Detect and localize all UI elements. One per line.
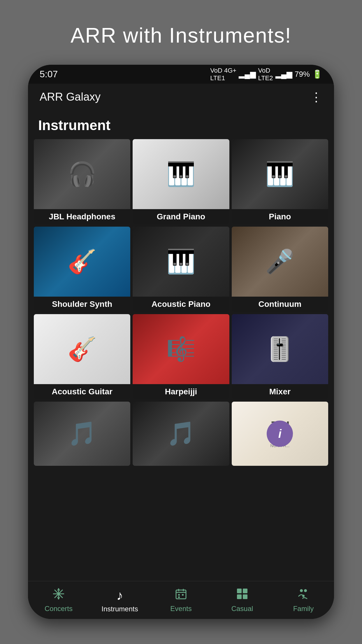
section-title: Instrument [28, 110, 334, 139]
grid-item-partial-3[interactable]: JAI A.R.RMININDIAN PNON-FR... i [232, 402, 328, 466]
app-title: ARR Galaxy [40, 91, 101, 103]
svg-rect-8 [176, 590, 186, 599]
nav-label-instruments: Instruments [101, 605, 138, 613]
bottom-nav: Concerts ♪ Instruments Events [28, 581, 334, 619]
carrier-lte2: VoDLTE2 [258, 67, 273, 82]
grid-item-label: Piano [232, 209, 328, 224]
nav-item-family[interactable]: Family [273, 588, 334, 613]
grid-item-acoustic-piano[interactable]: 🎹 Acoustic Piano [133, 227, 229, 312]
casual-icon [236, 588, 248, 603]
nav-label-events: Events [170, 605, 191, 613]
grid-item-label: Acoustic Piano [133, 297, 229, 312]
events-icon [175, 588, 187, 603]
instruments-icon: ♪ [117, 587, 123, 603]
battery-icon: 🔋 [312, 69, 322, 79]
app-bar: ARR Galaxy ⋮ [28, 84, 334, 110]
svg-rect-13 [182, 594, 184, 596]
nav-label-family: Family [293, 605, 314, 613]
status-icons: VoD 4G+LTE1 ▂▄▆ VoDLTE2 ▂▄▆ 79% 🔋 [210, 67, 322, 82]
grid-item-partial-2[interactable]: 🎵 [133, 402, 229, 466]
svg-rect-12 [178, 594, 180, 596]
svg-rect-15 [237, 589, 242, 593]
svg-rect-17 [237, 594, 242, 599]
page-background-title: ARR with Instruments! [71, 23, 291, 47]
nav-item-casual[interactable]: Casual [212, 588, 273, 613]
nav-label-casual: Casual [231, 605, 253, 613]
grid-item-mixer[interactable]: 🎚️ Mixer [232, 314, 328, 399]
svg-point-20 [304, 589, 307, 592]
phone-container: 5:07 VoD 4G+LTE1 ▂▄▆ VoDLTE2 ▂▄▆ 79% 🔋 A… [28, 65, 334, 619]
more-menu-icon[interactable]: ⋮ [310, 90, 322, 104]
grid-item-label: Grand Piano [133, 209, 229, 224]
instruments-grid: 🎧 JBL Headphones 🎹 Grand Piano 🎹 Piano [28, 139, 334, 466]
grid-item-label: Acoustic Guitar [34, 384, 130, 399]
grid-item-label: Shoulder Synth [34, 297, 130, 312]
grid-item-harpeijji[interactable]: 🎼 Harpeijji [133, 314, 229, 399]
grid-item-partial-1[interactable]: 🎵 [34, 402, 130, 466]
grid-item-shoulder-synth[interactable]: 🎸 Shoulder Synth [34, 227, 130, 312]
grid-item-label: Continuum [232, 297, 328, 312]
grid-item-label: JBL Headphones [34, 209, 130, 224]
grid-item-continuum[interactable]: 🎤 Continuum [232, 227, 328, 312]
grid-item-piano[interactable]: 🎹 Piano [232, 139, 328, 224]
grid-item-label: Harpeijji [133, 384, 229, 399]
svg-rect-14 [178, 596, 180, 598]
grid-item-grand-piano[interactable]: 🎹 Grand Piano [133, 139, 229, 224]
concerts-icon [52, 588, 65, 603]
info-overlay-button[interactable]: i [267, 421, 293, 447]
nav-item-instruments[interactable]: ♪ Instruments [89, 587, 150, 613]
grid-item-jbl-headphones[interactable]: 🎧 JBL Headphones [34, 139, 130, 224]
signal-strength-1: ▂▄▆ [239, 70, 256, 79]
grid-item-acoustic-guitar[interactable]: 🎸 Acoustic Guitar [34, 314, 130, 399]
grid-item-label: Mixer [232, 384, 328, 399]
battery-indicator: 79% [295, 70, 310, 79]
nav-item-concerts[interactable]: Concerts [28, 588, 89, 613]
nav-item-events[interactable]: Events [150, 588, 212, 613]
family-icon [297, 588, 310, 603]
svg-point-19 [300, 589, 303, 592]
svg-rect-16 [243, 589, 247, 593]
status-bar: 5:07 VoD 4G+LTE1 ▂▄▆ VoDLTE2 ▂▄▆ 79% 🔋 [28, 65, 334, 84]
content-area: Instrument 🎧 JBL Headphones 🎹 Grand Pian… [28, 110, 334, 581]
status-time: 5:07 [40, 69, 58, 80]
carrier-lte1: VoD 4G+LTE1 [210, 67, 236, 82]
nav-label-concerts: Concerts [45, 605, 73, 613]
svg-rect-18 [243, 594, 247, 599]
signal-strength-2: ▂▄▆ [275, 70, 292, 79]
